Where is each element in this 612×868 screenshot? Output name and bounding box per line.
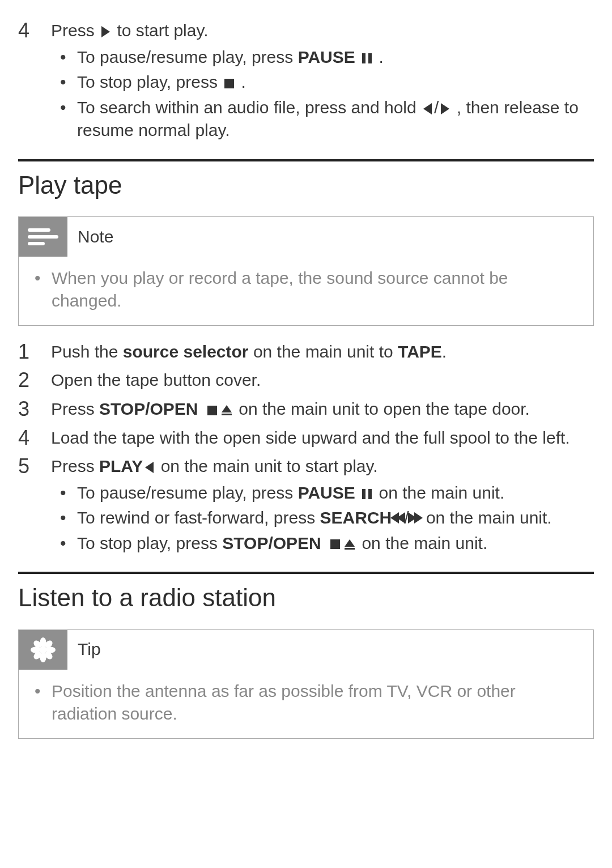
text: Push the <box>51 342 118 361</box>
label-play: PLAY <box>99 457 143 475</box>
callout-body: When you play or record a tape, the soun… <box>19 257 593 325</box>
text: . <box>442 342 447 361</box>
tape-step-2: 2 Open the tape button cover. <box>18 367 594 394</box>
text: on the main unit. <box>426 508 552 527</box>
step-number: 4 <box>18 17 39 144</box>
stop-icon <box>207 406 217 415</box>
text: Press <box>51 399 95 418</box>
bullet-stop: To stop play, press STOP/OPEN on the mai… <box>51 532 594 555</box>
text: To stop play, press <box>77 534 218 552</box>
step-body: Press to start play. To pause/resume pla… <box>51 17 594 144</box>
callout-title: Note <box>67 225 113 249</box>
step-number: 5 <box>18 453 39 557</box>
section-divider <box>18 572 594 574</box>
step-body: Push the source selector on the main uni… <box>51 338 594 366</box>
text: To rewind or fast-forward, press <box>77 508 315 527</box>
text: on the main unit. <box>379 483 504 502</box>
sub-bullets: To pause/resume play, press PAUSE . To s… <box>51 46 594 142</box>
rewind-double-icon <box>392 512 404 524</box>
bullet-pause: To pause/resume play, press PAUSE on the… <box>51 482 594 505</box>
text: on the main unit to start play. <box>161 457 378 475</box>
forward-double-icon <box>409 512 422 524</box>
callout-title: Tip <box>67 638 101 661</box>
step-number: 2 <box>18 367 39 394</box>
stop-eject-icon <box>205 405 232 415</box>
bullet-search: To search within an audio file, press an… <box>51 96 594 142</box>
text: to start play. <box>117 21 208 40</box>
callout-header: Tip <box>19 630 593 670</box>
step-body: Press STOP/OPEN on the main unit to open… <box>51 395 594 423</box>
text: To search within an audio file, press an… <box>77 98 416 117</box>
label-tape: TAPE <box>398 342 442 361</box>
tip-icon <box>19 630 67 670</box>
section-divider <box>18 159 594 161</box>
note-text: When you play or record a tape, the soun… <box>35 267 577 313</box>
note-icon <box>19 217 67 257</box>
svg-point-8 <box>39 646 46 653</box>
seek-icons: / <box>421 98 457 117</box>
text: on the main unit to open the tape door. <box>239 399 530 418</box>
step-body: Load the tape with the open side upward … <box>51 424 594 452</box>
eject-icon <box>345 539 355 550</box>
note-callout: Note When you play or record a tape, the… <box>18 216 594 326</box>
step-body: Press PLAY on the main unit to start pla… <box>51 453 594 557</box>
step-number: 1 <box>18 338 39 366</box>
bullet-stop: To stop play, press . <box>51 71 594 94</box>
pause-icon <box>362 53 372 63</box>
text: . <box>379 48 383 66</box>
text: . <box>241 73 246 91</box>
text: on the main unit to <box>253 342 393 361</box>
rewind-icon <box>423 103 432 114</box>
tape-step-5: 5 Press PLAY on the main unit to start p… <box>18 453 594 557</box>
tape-step-4: 4 Load the tape with the open side upwar… <box>18 424 594 452</box>
heading-play-tape: Play tape <box>18 168 594 202</box>
stop-eject-icon <box>328 539 355 550</box>
heading-radio: Listen to a radio station <box>18 581 594 614</box>
text: Press <box>51 457 95 475</box>
note-glyph <box>28 228 58 245</box>
tape-step-1: 1 Push the source selector on the main u… <box>18 338 594 366</box>
bullet-search: To rewind or fast-forward, press SEARCH/… <box>51 507 594 530</box>
label-stop-open: STOP/OPEN <box>99 399 198 418</box>
text: To pause/resume play, press <box>77 483 293 502</box>
stop-icon <box>224 79 234 88</box>
label-search: SEARCH <box>320 508 392 527</box>
label-stop-open: STOP/OPEN <box>222 534 321 552</box>
play-icon <box>101 26 110 37</box>
bullet-pause: To pause/resume play, press PAUSE . <box>51 46 594 69</box>
step-number: 4 <box>18 424 39 452</box>
callout-body: Position the antenna as far as possible … <box>19 670 593 738</box>
pause-icon <box>362 489 372 499</box>
tape-step-3: 3 Press STOP/OPEN on the main unit to op… <box>18 395 594 423</box>
label-source-selector: source selector <box>123 342 249 361</box>
eject-icon <box>222 405 232 415</box>
text: To pause/resume play, press <box>77 48 293 66</box>
step-4-play: 4 Press to start play. To pause/resume p… <box>18 17 594 144</box>
forward-icon <box>441 103 449 114</box>
tip-callout: Tip Position the antenna as far as possi… <box>18 629 594 739</box>
text: To stop play, press <box>77 73 218 91</box>
text: on the main unit. <box>362 534 487 552</box>
step-body: Open the tape button cover. <box>51 367 594 394</box>
tip-glyph <box>31 637 56 662</box>
tip-text: Position the antenna as far as possible … <box>35 680 577 726</box>
text: Press <box>51 21 95 40</box>
label-pause: PAUSE <box>298 483 355 502</box>
label-pause: PAUSE <box>298 48 355 66</box>
sub-bullets: To pause/resume play, press PAUSE on the… <box>51 482 594 555</box>
step-number: 3 <box>18 395 39 423</box>
play-left-icon <box>145 462 154 473</box>
stop-icon <box>330 539 340 549</box>
callout-header: Note <box>19 217 593 257</box>
